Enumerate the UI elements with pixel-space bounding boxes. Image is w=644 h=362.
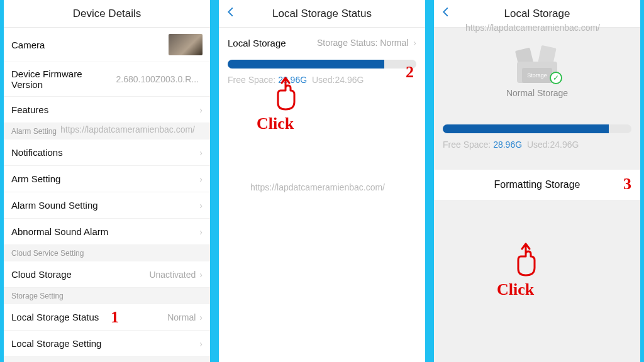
local-storage-label: Local Storage	[228, 38, 286, 48]
section-label: Alarm Setting	[11, 127, 57, 136]
annotation-click: Click	[257, 114, 294, 133]
row-cloud-storage[interactable]: Cloud Storage Unactivated ›	[4, 261, 210, 288]
watermark: https://lapdatcameramienbac.com/	[60, 124, 195, 134]
page-title: Local Storage	[504, 8, 570, 20]
status-value: Normal	[380, 38, 408, 48]
section-device: Device Setting	[4, 357, 210, 362]
row-arm[interactable]: Arm Setting ›	[4, 166, 210, 192]
local-status-label: Local Storage Status	[11, 312, 167, 322]
used-value: 24.96G	[550, 140, 579, 150]
row-features[interactable]: Features ›	[4, 97, 210, 123]
chevron-right-icon: ›	[199, 174, 203, 184]
local-setting-label: Local Storage Setting	[11, 338, 199, 349]
chevron-right-icon: ›	[199, 148, 203, 158]
chevron-right-icon: ›	[199, 200, 203, 211]
progress-fill	[443, 124, 609, 133]
section-storage: Storage Setting	[4, 288, 210, 304]
header: Local Storage Status	[219, 0, 425, 28]
row-alarm-sound[interactable]: Alarm Sound Setting ›	[4, 192, 210, 219]
row-local-setting[interactable]: Local Storage Setting ›	[4, 331, 210, 357]
features-label: Features	[11, 104, 199, 115]
chevron-right-icon: ›	[199, 105, 203, 115]
cloud-value: Unactivated	[149, 270, 196, 280]
camera-thumb	[169, 34, 203, 55]
chevron-left-icon	[225, 6, 236, 18]
free-label: Free Space:	[443, 140, 491, 150]
chevron-right-icon: ›	[199, 270, 203, 280]
format-storage-button[interactable]: Formatting Storage 3	[434, 170, 640, 200]
notifications-label: Notifications	[11, 147, 199, 158]
row-storage-status[interactable]: Local Storage Storage Status: Normal ›	[219, 28, 425, 52]
chevron-right-icon: ›	[199, 312, 203, 322]
alarm-sound-label: Alarm Sound Setting	[11, 200, 199, 211]
row-local-status[interactable]: Local Storage Status Normal › 1	[4, 304, 210, 331]
row-camera[interactable]: Camera	[4, 28, 210, 62]
free-value: 28.96G	[493, 140, 522, 150]
progress-bar	[228, 60, 416, 69]
annotation-click: Click	[497, 280, 534, 299]
pointer-icon	[509, 241, 542, 282]
chevron-right-icon: ›	[199, 339, 203, 349]
pointer-icon	[269, 75, 302, 116]
local-status-value: Normal	[167, 312, 196, 322]
row-notifications[interactable]: Notifications ›	[4, 140, 210, 166]
firmware-value: 2.680.100Z003.0.R...	[116, 74, 199, 84]
abnormal-label: Abnormal Sound Alarm	[11, 226, 199, 237]
back-button[interactable]	[440, 6, 453, 21]
section-cloud: Cloud Service Setting	[4, 245, 210, 261]
arm-label: Arm Setting	[11, 173, 199, 184]
used-label: Used:	[527, 140, 550, 150]
chevron-right-icon: ›	[413, 38, 416, 48]
panel-local-storage: Local Storage https://lapdatcameramienba…	[434, 0, 640, 362]
annotation-step3: 3	[623, 175, 631, 194]
page-title: Local Storage Status	[272, 8, 372, 20]
storage-stats: Free Space: 28.96G Used:24.96G	[219, 71, 425, 89]
page-title: Device Details	[73, 8, 142, 20]
free-label: Free Space:	[228, 75, 275, 85]
panel-local-storage-status: Local Storage Status Local Storage Stora…	[219, 0, 425, 362]
firmware-label: Device Firmware Version	[11, 69, 116, 90]
progress-container	[434, 111, 640, 136]
checkmark-icon: ✓	[550, 72, 562, 84]
cloud-label: Cloud Storage	[11, 269, 149, 280]
chevron-right-icon: ›	[199, 227, 203, 237]
status-text: Storage Status: Normal ›	[317, 38, 416, 48]
used-value: 24.96G	[335, 75, 364, 85]
panel-body: https://lapdatcameramienbac.com/ Storage…	[434, 28, 640, 362]
status-label: Storage Status:	[317, 38, 378, 48]
row-abnormal[interactable]: Abnormal Sound Alarm ›	[4, 219, 210, 245]
progress-bar	[443, 124, 631, 133]
storage-stats: Free Space: 28.96G Used:24.96G	[434, 136, 640, 153]
storage-illustration: Storage ✓ Normal Storage	[434, 47, 640, 98]
progress-fill	[228, 60, 384, 69]
chevron-left-icon	[440, 6, 452, 18]
storage-box-icon: Storage ✓	[513, 47, 561, 83]
back-button[interactable]	[225, 6, 238, 21]
storage-caption: Normal Storage	[506, 88, 568, 98]
format-label: Formatting Storage	[494, 179, 580, 190]
annotation-step1: 1	[111, 308, 119, 327]
row-firmware[interactable]: Device Firmware Version 2.680.100Z003.0.…	[4, 62, 210, 97]
progress-container	[219, 52, 425, 71]
panel-device-details: Device Details Camera Device Firmware Ve…	[4, 0, 210, 362]
header: Local Storage	[434, 0, 640, 28]
header: Device Details	[4, 0, 210, 28]
annotation-step2: 2	[406, 63, 414, 82]
camera-label: Camera	[11, 40, 169, 50]
watermark: https://lapdatcameramienbac.com/	[250, 182, 385, 192]
used-label: Used:	[312, 75, 335, 85]
panel-body: Local Storage Storage Status: Normal › F…	[219, 28, 425, 362]
section-alarm: Alarm Setting https://lapdatcameramienba…	[4, 123, 210, 140]
